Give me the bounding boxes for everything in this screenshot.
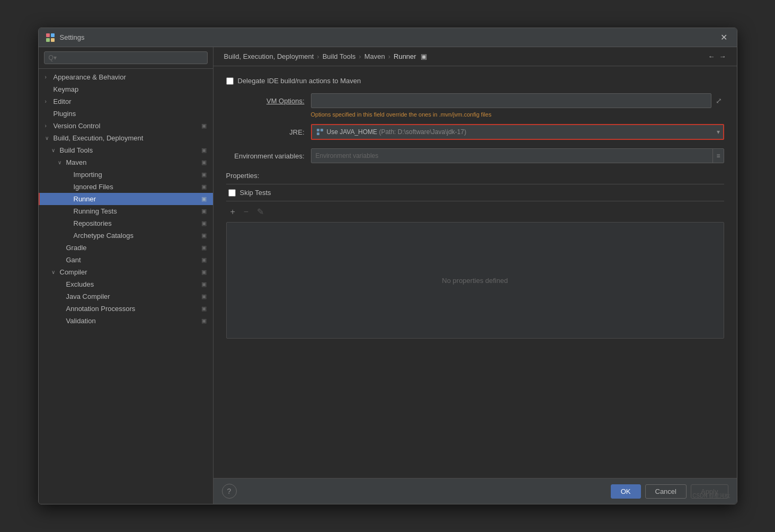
breadcrumb: Build, Execution, Deployment › Build Too… xyxy=(213,47,737,66)
delegate-checkbox[interactable] xyxy=(226,77,234,85)
no-properties-text: No properties defined xyxy=(442,277,507,285)
env-vars-input[interactable] xyxy=(311,152,713,159)
edit-property-button[interactable]: ✎ xyxy=(255,206,266,218)
remove-property-button[interactable]: − xyxy=(242,206,251,218)
pin-icon: ▣ xyxy=(201,159,207,166)
pin-icon: ▣ xyxy=(201,305,207,312)
pin-icon: ▣ xyxy=(201,183,207,190)
nav-arrows: ← → xyxy=(708,52,726,60)
sidebar-item-maven[interactable]: ∨ Maven ▣ xyxy=(39,156,213,169)
add-property-button[interactable]: + xyxy=(228,206,237,218)
pin-icon: ▣ xyxy=(201,281,207,288)
pin-icon: ▣ xyxy=(201,196,207,202)
properties-section: Properties: Skip Tests + − ✎ xyxy=(226,172,724,339)
sidebar-item-compiler[interactable]: ∨ Compiler ▣ xyxy=(39,266,213,278)
sidebar-item-gant[interactable]: Gant ▣ xyxy=(39,254,213,266)
pin-icon: ▣ xyxy=(201,269,207,276)
svg-rect-2 xyxy=(46,38,50,42)
sidebar-item-java-compiler[interactable]: Java Compiler ▣ xyxy=(39,290,213,303)
sidebar-item-build-tools[interactable]: ∨ Build Tools ▣ xyxy=(39,144,213,156)
sidebar-item-keymap[interactable]: Keymap xyxy=(39,83,213,95)
env-vars-label: Environment variables: xyxy=(226,152,311,160)
pin-icon: ▣ xyxy=(201,220,207,227)
sidebar-item-running-tests[interactable]: Running Tests ▣ xyxy=(39,205,213,217)
help-button[interactable]: ? xyxy=(222,484,237,499)
svg-rect-0 xyxy=(46,33,50,37)
pin-icon: ▣ xyxy=(201,147,207,154)
sidebar-item-archetype-catalogs[interactable]: Archetype Catalogs ▣ xyxy=(39,229,213,242)
skip-tests-row: Skip Tests xyxy=(226,189,724,197)
nav-back-button[interactable]: ← xyxy=(708,52,715,60)
pin-icon: ▣ xyxy=(201,171,207,178)
arrow-icon: › xyxy=(45,74,51,80)
arrow-icon: › xyxy=(45,123,51,129)
svg-rect-4 xyxy=(317,129,319,131)
env-vars-row: Environment variables: ≡ xyxy=(226,148,724,163)
vm-options-input[interactable] xyxy=(311,93,711,108)
breadcrumb-item-2[interactable]: Build Tools xyxy=(323,52,356,60)
delegate-checkbox-row: Delegate IDE build/run actions to Maven xyxy=(226,77,724,85)
content-area: Build, Execution, Deployment › Build Too… xyxy=(213,47,737,504)
vm-options-row: VM Options: ⤢ xyxy=(226,93,724,108)
pin-icon: ▣ xyxy=(201,208,207,215)
titlebar: Settings ✕ xyxy=(39,28,737,47)
sidebar-item-version-control[interactable]: › Version Control ▣ xyxy=(39,120,213,132)
cancel-button[interactable]: Cancel xyxy=(645,484,687,499)
app-icon xyxy=(45,32,56,43)
sidebar-item-appearance[interactable]: › Appearance & Behavior xyxy=(39,71,213,83)
jre-label: JRE: xyxy=(226,128,311,136)
arrow-icon: ∨ xyxy=(51,269,58,275)
breadcrumb-item-current: Runner xyxy=(394,52,416,60)
arrow-icon: ∨ xyxy=(45,135,51,141)
svg-rect-5 xyxy=(320,129,323,131)
watermark: CSDN @星河枕 xyxy=(692,492,730,500)
sidebar-item-plugins[interactable]: Plugins xyxy=(39,108,213,120)
jre-dropdown-chevron: ▾ xyxy=(717,128,720,136)
pin-icon: ▣ xyxy=(201,122,207,129)
window-title: Settings xyxy=(60,33,717,41)
main-body: › Appearance & Behavior Keymap › Editor … xyxy=(39,47,737,504)
sidebar-item-validation[interactable]: Validation ▣ xyxy=(39,315,213,327)
properties-header: Properties: xyxy=(226,172,724,180)
sidebar-item-importing[interactable]: Importing ▣ xyxy=(39,169,213,181)
env-expand-button[interactable]: ≡ xyxy=(712,149,723,163)
search-input[interactable] xyxy=(44,51,208,64)
skip-tests-label[interactable]: Skip Tests xyxy=(240,189,271,197)
skip-tests-checkbox[interactable] xyxy=(228,189,236,197)
breadcrumb-item-1[interactable]: Build, Execution, Deployment xyxy=(224,52,314,60)
svg-rect-1 xyxy=(51,33,55,37)
sidebar-item-runner[interactable]: Runner ▣ xyxy=(39,193,213,205)
breadcrumb-sep-2: › xyxy=(359,52,361,60)
sidebar-item-excludes[interactable]: Excludes ▣ xyxy=(39,278,213,290)
pin-icon: ▣ xyxy=(201,317,207,324)
pin-icon: ▣ xyxy=(201,232,207,239)
arrow-icon: ∨ xyxy=(51,147,58,153)
sidebar-item-repositories[interactable]: Repositories ▣ xyxy=(39,217,213,229)
nav-tree: › Appearance & Behavior Keymap › Editor … xyxy=(39,69,213,504)
env-input-wrapper: ≡ xyxy=(311,148,724,163)
jre-value-text: Use JAVA_HOME (Path: D:\software\Java\jd… xyxy=(325,128,467,136)
svg-rect-3 xyxy=(51,38,55,42)
breadcrumb-item-3[interactable]: Maven xyxy=(364,52,385,60)
arrow-icon: ∨ xyxy=(58,159,64,165)
jre-row: JRE: Use JAVA_HOME (Path: D:\software\Ja… xyxy=(226,124,724,140)
sidebar-item-editor[interactable]: › Editor xyxy=(39,95,213,108)
close-button[interactable]: ✕ xyxy=(717,31,731,43)
sidebar-item-build-execution[interactable]: ∨ Build, Execution, Deployment xyxy=(39,132,213,144)
arrow-icon: › xyxy=(45,99,51,104)
svg-rect-6 xyxy=(317,132,319,135)
vm-options-hint: Options specified in this field override… xyxy=(311,111,724,118)
delegate-label[interactable]: Delegate IDE build/run actions to Maven xyxy=(238,77,361,85)
nav-forward-button[interactable]: → xyxy=(719,52,726,60)
sidebar-item-annotation-processors[interactable]: Annotation Processors ▣ xyxy=(39,303,213,315)
content-panel: Delegate IDE build/run actions to Maven … xyxy=(213,66,737,478)
sidebar-item-ignored-files[interactable]: Ignored Files ▣ xyxy=(39,181,213,193)
jre-path: (Path: D:\software\Java\jdk-17) xyxy=(379,128,466,136)
pin-icon: ▣ xyxy=(201,293,207,300)
sidebar: › Appearance & Behavior Keymap › Editor … xyxy=(39,47,213,504)
breadcrumb-icon: ▣ xyxy=(421,52,427,60)
ok-button[interactable]: OK xyxy=(611,484,641,499)
search-box xyxy=(39,47,213,69)
vm-expand-button[interactable]: ⤢ xyxy=(714,95,724,106)
sidebar-item-gradle[interactable]: Gradle ▣ xyxy=(39,242,213,254)
